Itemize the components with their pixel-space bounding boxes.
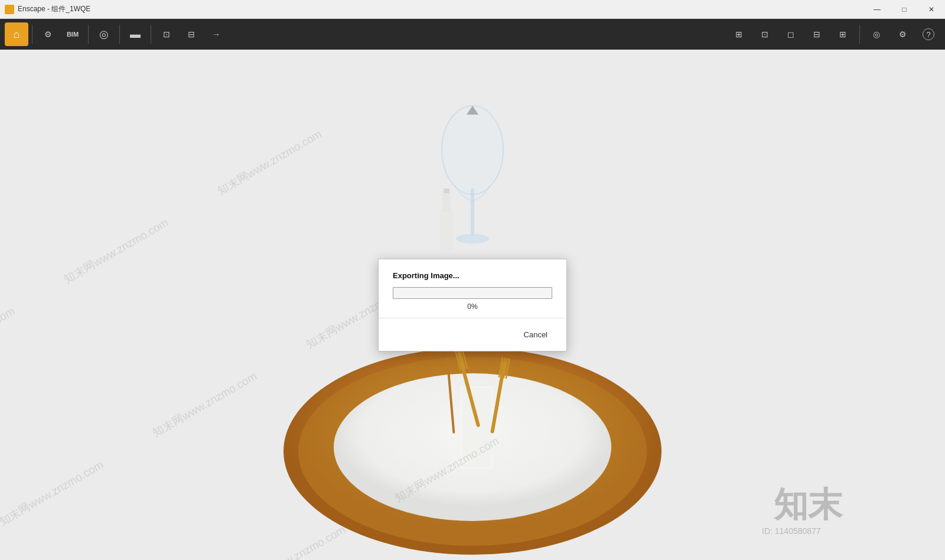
toolbar-help-button[interactable]: ? — [917, 22, 940, 46]
navigate-icon: ◎ — [99, 28, 109, 41]
dialog-footer: Cancel — [393, 325, 552, 341]
dialog-divider — [379, 318, 566, 318]
progress-bar-container — [393, 287, 552, 299]
progress-percent-label: 0% — [393, 302, 552, 311]
toolbar-library-button[interactable]: ⊞ — [727, 22, 751, 46]
bookmark-icon: ⊟ — [813, 30, 820, 39]
toolbar-bookmark-button[interactable]: ⊟ — [805, 22, 829, 46]
toolbar-separator-2 — [88, 25, 89, 44]
toolbar-separator-r1 — [859, 25, 860, 44]
help-icon: ? — [923, 28, 934, 40]
library-icon: ⊞ — [735, 30, 742, 39]
toolbar-right-group: ⊞ ⊡ ◻ ⊟ ⊞ ◎ ⚙ ? — [727, 22, 940, 46]
app-icon — [5, 5, 14, 14]
minimize-button[interactable]: — — [863, 0, 891, 19]
video-icon: ▬ — [130, 28, 141, 41]
toolbar-left-group: ⌂ ⚙ BIM ◎ ▬ ⊡ ⊟ → — [5, 22, 228, 46]
toolbar-render-button[interactable]: ⊡ — [753, 22, 777, 46]
home-icon: ⌂ — [14, 28, 20, 41]
toolbar-settings-button[interactable]: ⚙ — [36, 22, 60, 46]
toolbar: ⌂ ⚙ BIM ◎ ▬ ⊡ ⊟ → ⊞ ⊡ — [0, 19, 945, 50]
maximize-button[interactable]: □ — [891, 0, 918, 19]
settings-icon: ⚙ — [44, 30, 52, 39]
window-title: Enscape - 组件_1WQE — [18, 4, 90, 14]
export-dialog: Exporting Image... 0% Cancel — [378, 259, 567, 351]
cancel-button[interactable]: Cancel — [519, 328, 552, 341]
view-icon: ◻ — [787, 30, 794, 39]
dialog-title: Exporting Image... — [393, 271, 552, 280]
export1-icon: ⊡ — [163, 30, 170, 39]
toolbar-export3-button[interactable]: → — [204, 22, 228, 46]
dialog-overlay: Exporting Image... 0% Cancel — [0, 50, 945, 560]
toolbar-navigate-button[interactable]: ◎ — [92, 22, 116, 46]
toolbar-output-button[interactable]: ⊞ — [831, 22, 855, 46]
toolbar-bim-button[interactable]: BIM — [61, 22, 84, 46]
toolbar-home-button[interactable]: ⌂ — [5, 22, 28, 46]
titlebar: Enscape - 组件_1WQE — □ ✕ — [0, 0, 945, 19]
eye-icon: ◎ — [873, 30, 880, 39]
toolbar-export2-button[interactable]: ⊟ — [180, 22, 203, 46]
toolbar-eye-button[interactable]: ◎ — [865, 22, 888, 46]
viewport: 知末网www.znzmo.com 知末网www.znzmo.com 知末网www… — [0, 50, 945, 560]
toolbar-view-button[interactable]: ◻ — [779, 22, 803, 46]
toolbar-separator-3 — [119, 25, 120, 44]
toolbar-export1-button[interactable]: ⊡ — [155, 22, 178, 46]
toolbar-separator-1 — [32, 25, 32, 44]
export3-icon: → — [212, 30, 220, 39]
gear-icon: ⚙ — [899, 30, 907, 39]
export2-icon: ⊟ — [188, 30, 195, 39]
titlebar-left: Enscape - 组件_1WQE — [0, 4, 90, 14]
bim-icon: BIM — [67, 31, 79, 38]
render-icon: ⊡ — [761, 30, 768, 39]
toolbar-video-button[interactable]: ▬ — [123, 22, 147, 46]
output-icon: ⊞ — [839, 30, 846, 39]
toolbar-separator-4 — [151, 25, 151, 44]
close-button[interactable]: ✕ — [918, 0, 945, 19]
toolbar-gear-button[interactable]: ⚙ — [891, 22, 914, 46]
window-controls: — □ ✕ — [863, 0, 945, 19]
